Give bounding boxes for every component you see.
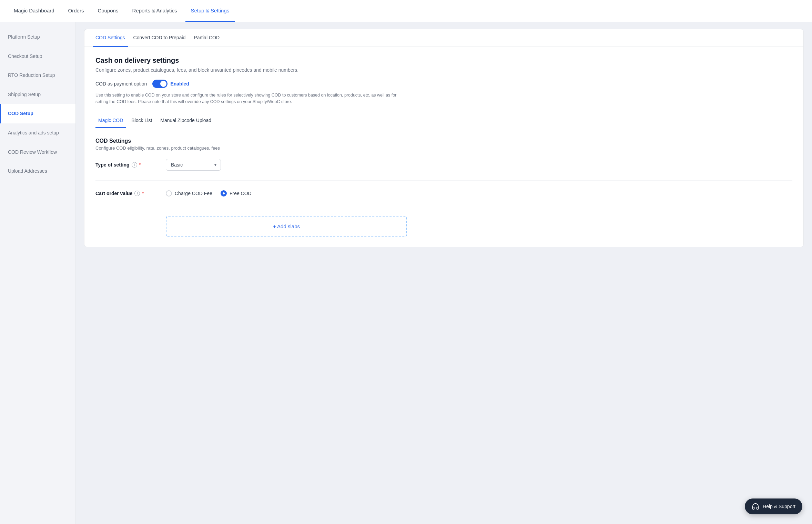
sidebar-item-shipping-setup[interactable]: Shipping Setup [0, 85, 75, 104]
type-of-setting-select[interactable]: Basic Advanced [166, 159, 221, 171]
cart-order-value-info-icon[interactable]: i [134, 191, 140, 196]
sub-tab-manual-zipcode-upload[interactable]: Manual Zipcode Upload [158, 113, 214, 128]
radio-label-free-cod: Free COD [230, 191, 252, 196]
headphone-icon [752, 503, 759, 510]
cod-section-description: Configure zones, product catalogues, fee… [95, 67, 792, 73]
cod-sub-section-title: COD Settings [95, 138, 792, 144]
sidebar-item-checkout-setup[interactable]: Checkout Setup [0, 47, 75, 66]
cod-toggle[interactable] [152, 80, 168, 88]
inner-tabs: COD Settings Convert COD to Prepaid Part… [84, 29, 803, 47]
card-body: Cash on delivery settings Configure zone… [84, 47, 803, 247]
cart-order-value-radio-group: Charge COD Fee Free COD [166, 190, 252, 196]
sidebar-item-rto-reduction-setup[interactable]: RTO Reduction Setup [0, 66, 75, 85]
top-nav: Magic Dashboard Orders Coupons Reports &… [0, 0, 812, 22]
toggle-row: COD as payment option Enabled [95, 80, 792, 88]
type-of-setting-info-icon[interactable]: i [132, 162, 137, 168]
cod-section-heading: Cash on delivery settings [95, 57, 792, 64]
radio-circle-free-cod[interactable] [221, 190, 227, 196]
sidebar-item-cod-setup[interactable]: COD Setup [0, 104, 75, 123]
cart-order-value-required-star: * [142, 191, 144, 196]
sidebar-item-cod-review-workflow[interactable]: COD Review Workflow [0, 143, 75, 162]
help-support-button[interactable]: Help & Support [745, 498, 802, 514]
type-of-setting-select-wrapper: Basic Advanced ▼ [166, 159, 221, 171]
cart-order-value-label: Cart order value i * [95, 191, 158, 196]
add-slabs-box[interactable]: + Add slabs [166, 216, 407, 237]
sub-tab-magic-cod[interactable]: Magic COD [95, 113, 126, 128]
sub-tab-block-list[interactable]: Block List [129, 113, 155, 128]
add-slabs-container: + Add slabs [166, 216, 407, 237]
main-content: COD Settings Convert COD to Prepaid Part… [76, 22, 812, 524]
nav-reports-analytics[interactable]: Reports & Analytics [126, 0, 182, 22]
nav-orders[interactable]: Orders [63, 0, 90, 22]
nav-magic-dashboard[interactable]: Magic Dashboard [8, 0, 60, 22]
toggle-status: Enabled [170, 81, 189, 87]
sub-tabs: Magic COD Block List Manual Zipcode Uplo… [95, 113, 792, 128]
content-card: COD Settings Convert COD to Prepaid Part… [84, 29, 804, 247]
sidebar-item-upload-addresses[interactable]: Upload Addresses [0, 162, 75, 181]
help-support-label: Help & Support [763, 504, 795, 509]
radio-label-charge-cod-fee: Charge COD Fee [175, 191, 212, 196]
tab-partial-cod[interactable]: Partial COD [191, 29, 222, 47]
cart-order-value-row: Cart order value i * Charge COD Fee Free… [95, 190, 792, 206]
type-of-setting-row: Type of setting i * Basic Advanced ▼ [95, 159, 792, 181]
add-slabs-button[interactable]: + Add slabs [273, 223, 300, 229]
main-layout: Platform Setup Checkout Setup RTO Reduct… [0, 22, 812, 524]
radio-free-cod[interactable]: Free COD [221, 190, 252, 196]
toggle-wrap[interactable]: Enabled [152, 80, 189, 88]
sidebar-item-platform-setup[interactable]: Platform Setup [0, 28, 75, 47]
radio-circle-charge-cod-fee[interactable] [166, 190, 172, 196]
type-of-setting-required-star: * [139, 162, 141, 167]
tab-convert-cod-to-prepaid[interactable]: Convert COD to Prepaid [131, 29, 189, 47]
sidebar-item-analytics-ads-setup[interactable]: Analytics and ads setup [0, 123, 75, 143]
cod-sub-section-desc: Configure COD eligibility, rate, zones, … [95, 145, 792, 151]
toggle-info-text: Use this setting to enable COD on your s… [95, 92, 406, 105]
type-of-setting-label: Type of setting i * [95, 162, 158, 168]
nav-coupons[interactable]: Coupons [92, 0, 124, 22]
tab-cod-settings[interactable]: COD Settings [93, 29, 128, 47]
toggle-label: COD as payment option [95, 81, 147, 87]
nav-setup-settings[interactable]: Setup & Settings [185, 0, 235, 22]
sidebar: Platform Setup Checkout Setup RTO Reduct… [0, 22, 76, 524]
radio-charge-cod-fee[interactable]: Charge COD Fee [166, 190, 212, 196]
